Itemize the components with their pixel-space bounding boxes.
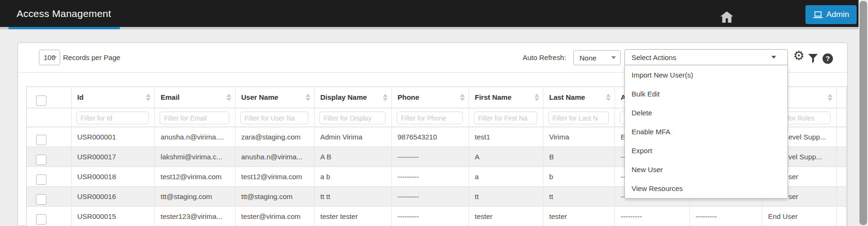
select-actions-dropdown[interactable]: Select Actions [624, 49, 788, 65]
vertical-scrollbar[interactable] [859, 0, 868, 226]
home-icon-glyph [720, 11, 733, 23]
access-management-screen: Access Management Admin 100 Records per … [0, 0, 868, 226]
cell-first-name: test1 [469, 127, 543, 147]
tab-underline-track [0, 27, 868, 29]
sort-icon[interactable] [460, 94, 465, 101]
cell-display-name: tester tester [315, 207, 392, 226]
cell-phone: --------- [392, 207, 469, 226]
cell-email: lakshmi@virima.c... [155, 147, 235, 166]
column-header-last-name[interactable]: Last Name [543, 87, 615, 108]
funnel-glyph [808, 54, 818, 63]
admin-button-label: Admin [826, 10, 849, 19]
home-icon[interactable] [720, 11, 733, 23]
auto-refresh-label: Auto Refresh: [523, 50, 566, 65]
filter-last-name-input[interactable] [548, 112, 609, 124]
sort-icon[interactable] [306, 94, 310, 101]
auto-refresh-select[interactable]: None [573, 50, 621, 65]
filter-cell [235, 108, 315, 127]
sort-icon[interactable] [146, 94, 151, 101]
row-checkbox[interactable] [36, 135, 46, 145]
filter-first-name-input[interactable] [474, 112, 537, 124]
auto-refresh-value: None [579, 54, 597, 62]
filter-cell [72, 108, 155, 127]
gear-icon[interactable]: ⚙ [792, 46, 805, 65]
scrollbar-thumb[interactable] [859, 1, 867, 225]
help-icon[interactable]: ? [823, 53, 833, 64]
sort-icon[interactable] [606, 94, 611, 101]
filter-cell-spacer [837, 108, 847, 127]
menu-item-view-resources[interactable]: View Resources [625, 179, 787, 198]
cell-user-name: tester@virima.com [235, 207, 315, 226]
cell-first-name: tester [469, 207, 543, 226]
cell-roles: End User [762, 207, 837, 226]
cell-id: USR000017 [72, 147, 155, 166]
column-header-display-name[interactable]: Display Name [315, 87, 392, 108]
cell-last-name: tester [543, 207, 615, 226]
select-actions-value: Select Actions [632, 53, 676, 61]
sort-icon[interactable] [534, 94, 539, 101]
row-checkbox[interactable] [36, 214, 46, 225]
row-checkbox[interactable] [36, 194, 46, 205]
cell-id: USR000015 [72, 207, 155, 226]
cell-email: anusha.n@virima.... [155, 127, 235, 147]
chevron-down-icon [771, 56, 776, 59]
cell-email: test12@virima.com [155, 167, 235, 186]
cell-phone: --------- [392, 167, 469, 186]
filter-cell-empty [27, 108, 72, 127]
menu-item-bulk-edit[interactable]: Bulk Edit [625, 85, 787, 104]
filter-email-input[interactable] [160, 112, 229, 124]
table-row[interactable]: USR000015 tester123@virima... tester@vir… [27, 207, 846, 226]
filter-phone-input[interactable] [397, 112, 463, 124]
cell-last-name: b [543, 167, 615, 186]
cell-user-name: zara@staging.com [235, 127, 315, 147]
filter-cell [543, 108, 615, 127]
cell-first-name: tt [469, 187, 543, 206]
menu-item-export[interactable]: Export [625, 141, 787, 160]
cell-phone: --------- [392, 187, 469, 206]
cell-phone: 9876543210 [392, 127, 469, 147]
column-header-first-name[interactable]: First Name [469, 87, 543, 108]
cell-last-name: Virima [543, 127, 615, 147]
row-checkbox[interactable] [36, 155, 46, 165]
filter-cell [155, 108, 235, 127]
header-select-all-cell [27, 87, 72, 108]
menu-item-delete[interactable]: Delete [625, 104, 787, 122]
sort-icon[interactable] [828, 94, 832, 101]
cell-display-name: A B [315, 147, 392, 166]
chevron-down-icon [52, 56, 57, 59]
column-header-email[interactable]: Email [155, 87, 235, 108]
cell-id: USR000016 [72, 187, 155, 206]
records-per-page-label: Records per Page [63, 50, 120, 65]
admin-button[interactable]: Admin [805, 5, 857, 24]
column-header-spacer [837, 87, 847, 108]
sort-icon[interactable] [226, 94, 231, 101]
cell-last-name: tt [543, 187, 615, 206]
menu-item-new-user[interactable]: New User [625, 160, 787, 179]
filter-display-name-input[interactable] [319, 112, 386, 124]
cell-user-name: test12@virima.com [235, 167, 315, 186]
chevron-down-icon [611, 56, 616, 59]
column-header-user-name[interactable]: User Name [235, 87, 315, 108]
cell-user-name: ttt@staging.com [235, 187, 315, 206]
menu-item-import-new-users[interactable]: Import New User(s) [625, 66, 787, 85]
page-title: Access Management [17, 0, 111, 27]
cell-email: ttt@staging.com [155, 187, 235, 206]
menu-item-enable-mfa[interactable]: Enable MFA [625, 122, 787, 141]
column-header-phone[interactable]: Phone [392, 87, 469, 108]
cell-id: USR000001 [72, 127, 155, 147]
cell-id: USR000018 [72, 167, 155, 186]
cell-email: tester123@virima... [155, 207, 235, 226]
select-all-checkbox[interactable] [36, 96, 46, 106]
filter-cell [392, 108, 469, 127]
filter-icon[interactable] [808, 54, 818, 63]
records-per-page-select[interactable]: 100 [39, 50, 60, 65]
cell-display-name: tt tt [315, 187, 392, 206]
filter-id-input[interactable] [76, 112, 149, 124]
column-header-id[interactable]: Id [72, 87, 155, 108]
cell-display-name: a b [315, 167, 392, 186]
active-tab-indicator [9, 27, 120, 29]
filter-user-name-input[interactable] [240, 112, 308, 124]
cell-user-name: anusha.n@virima... [235, 147, 315, 166]
row-checkbox[interactable] [36, 174, 46, 185]
sort-icon[interactable] [383, 94, 388, 101]
